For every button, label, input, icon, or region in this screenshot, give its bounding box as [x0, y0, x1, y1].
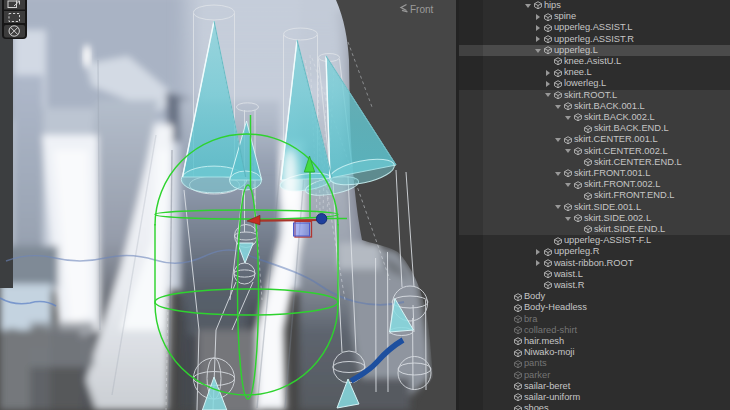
- svg-text:Front: Front: [410, 4, 434, 15]
